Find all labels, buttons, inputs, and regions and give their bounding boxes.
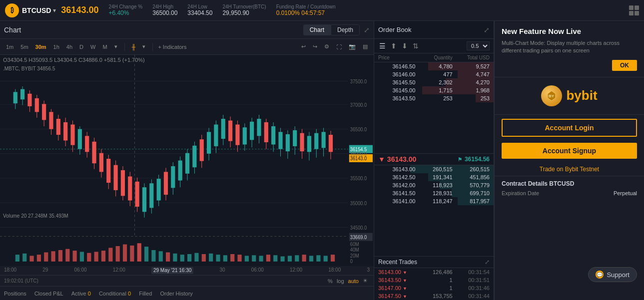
chart-type-dropdown[interactable]: ▾ (140, 42, 147, 51)
contract-title: Contract Details BTCUSD (502, 180, 574, 187)
multi-chart-icon[interactable] (629, 5, 639, 15)
svg-rect-154 (302, 255, 306, 262)
account-login-button[interactable]: Account Login (502, 119, 637, 137)
buy-price-4: 36141.50 (378, 190, 415, 196)
tf-W[interactable]: W (88, 43, 97, 51)
feature-title: New Feature Now Live (502, 27, 637, 35)
tab-active[interactable]: Active 0 (71, 289, 91, 299)
svg-rect-63 (200, 139, 204, 161)
tf-4h[interactable]: 4h (64, 43, 74, 51)
pct-btn[interactable]: % (326, 277, 335, 285)
time-29: 29 (42, 267, 48, 274)
sell-price-5: 36143.50 (378, 95, 415, 101)
stat-24h-low: 24H Low 33404.50 (187, 4, 212, 16)
svg-rect-69 (221, 119, 225, 139)
current-price: 36143.00 (61, 5, 98, 15)
rt-expand-icon[interactable]: ⤢ (485, 259, 490, 266)
sun-icon[interactable]: ☀ (361, 277, 370, 285)
trade-price-1: 36143.00 ▼ (378, 269, 415, 275)
tab-positions[interactable]: Positions (4, 289, 26, 299)
trade-row: 36143.00 ▼ 126,486 00:31:54 (374, 268, 494, 276)
svg-rect-33 (92, 142, 96, 163)
log-btn[interactable]: log (335, 277, 346, 285)
svg-rect-143 (223, 255, 227, 262)
svg-rect-129 (123, 245, 127, 262)
tf-1m[interactable]: 1m (4, 43, 15, 51)
tf-M[interactable]: M (100, 43, 109, 51)
tab-chart[interactable]: Chart (303, 24, 331, 35)
tab-depth[interactable]: Depth (331, 24, 360, 35)
auto-btn[interactable]: auto (346, 277, 361, 285)
trade-time-2: 00:31:51 (453, 277, 490, 283)
symbol-dropdown[interactable]: ▾ (53, 7, 56, 14)
account-signup-button[interactable]: Account Signup (502, 143, 637, 159)
svg-text:40M: 40M (350, 247, 359, 253)
buy-order-row[interactable]: 36143.00 260,515 260,515 (374, 165, 494, 173)
redo-btn[interactable]: ↪ (311, 42, 319, 51)
support-button[interactable]: 💬 Support (588, 267, 637, 282)
buy-order-row[interactable]: 36142.00 118,923 570,779 (374, 181, 494, 189)
svg-rect-79 (257, 119, 261, 136)
tab-conditional[interactable]: Conditional 0 (99, 289, 131, 299)
btc-logo: ₿ (5, 3, 19, 17)
trade-qty-4: 153,755 (415, 293, 452, 299)
svg-rect-122 (73, 251, 77, 262)
buy-order-row[interactable]: 36141.50 128,931 699,710 (374, 189, 494, 197)
svg-text:36500.0: 36500.0 (350, 127, 367, 133)
buy-total-3: 570,779 (453, 182, 490, 188)
recent-trades-list: 36143.00 ▼ 126,486 00:31:54 36143.50 ▼ 1… (374, 268, 494, 300)
chart-type-bar[interactable]: ╫ (130, 43, 138, 51)
undo-btn[interactable]: ↩ (299, 42, 308, 51)
feature-banner: New Feature Now Live Multi-Chart Mode: D… (495, 21, 644, 77)
buy-order-row[interactable]: 36141.00 118,247 817,957 (374, 197, 494, 205)
svg-rect-37 (106, 159, 110, 183)
indicators-btn[interactable]: + Indicators (158, 44, 186, 50)
trade-qty-2: 1 (415, 277, 452, 283)
sell-order-row[interactable]: 36146.50 4,780 9,527 (374, 62, 494, 70)
settings-btn[interactable]: ⚙ (322, 42, 331, 51)
tf-30m[interactable]: 30m (33, 43, 48, 51)
screenshot-btn[interactable]: 📷 (347, 42, 358, 51)
sell-price-3: 36145.50 (378, 79, 415, 85)
sep1 (124, 43, 125, 51)
tab-conditional-label: Conditional (99, 291, 126, 297)
ob-filter-all[interactable]: ☰ (378, 41, 387, 51)
fullscreen-btn[interactable]: ⛶ (334, 42, 344, 51)
recent-trades: Recent Trades ⤢ 36143.00 ▼ 126,486 00:31… (374, 256, 494, 300)
tf-D[interactable]: D (77, 43, 85, 51)
tf-more[interactable]: ▾ (112, 42, 119, 51)
sell-total-1: 9,527 (453, 63, 490, 69)
layout-btn[interactable]: ▤ (361, 42, 370, 51)
tab-order-history[interactable]: Order History (160, 289, 192, 299)
buy-qty-4: 128,931 (415, 190, 452, 196)
chart-header: Chart Chart Depth ⤢ (0, 21, 374, 39)
ok-button[interactable]: OK (612, 60, 637, 71)
time-1800b: 18:00 (328, 267, 341, 274)
sell-order-row[interactable]: 36143.50 253 253 (374, 94, 494, 102)
svg-rect-144 (230, 254, 234, 262)
testnet-link[interactable]: Trade on Bybit Testnet (495, 163, 644, 176)
tf-1h[interactable]: 1h (51, 43, 61, 51)
ob-filter-spread[interactable]: ⇅ (412, 41, 420, 51)
ob-filter-buy[interactable]: ⬇ (401, 41, 409, 51)
stat-24h-change: 24H Change % +6.40% (108, 4, 142, 16)
ob-filter-sell[interactable]: ⬆ (390, 41, 398, 51)
tab-closed-pnl[interactable]: Closed P&L (34, 289, 63, 299)
svg-rect-132 (144, 247, 148, 262)
svg-rect-59 (185, 153, 189, 174)
bottom-tabs: Positions Closed P&L Active 0 Conditiona… (0, 286, 374, 300)
sell-price-4: 36145.00 (378, 87, 415, 93)
svg-rect-61 (192, 146, 196, 167)
buy-order-row[interactable]: 36142.50 191,341 451,856 (374, 173, 494, 181)
ob-size-select[interactable]: 0.5 1 5 (467, 41, 490, 50)
sell-order-row[interactable]: 36145.50 2,302 4,270 (374, 78, 494, 86)
expiration-label: Expiration Date (502, 190, 539, 196)
tf-5m[interactable]: 5m (18, 43, 30, 51)
sell-order-row[interactable]: 36146.00 477 4,747 (374, 70, 494, 78)
svg-rect-126 (101, 251, 105, 262)
ob-expand-icon[interactable]: ⤢ (484, 26, 490, 34)
sell-order-row[interactable]: 36145.00 1,715 1,968 (374, 86, 494, 94)
expand-chart-icon[interactable]: ⤢ (364, 26, 370, 34)
stat-24h-turnover: 24H Turnover(BTC) 29,950.90 (222, 4, 266, 16)
tab-filled[interactable]: Filled (139, 289, 152, 299)
